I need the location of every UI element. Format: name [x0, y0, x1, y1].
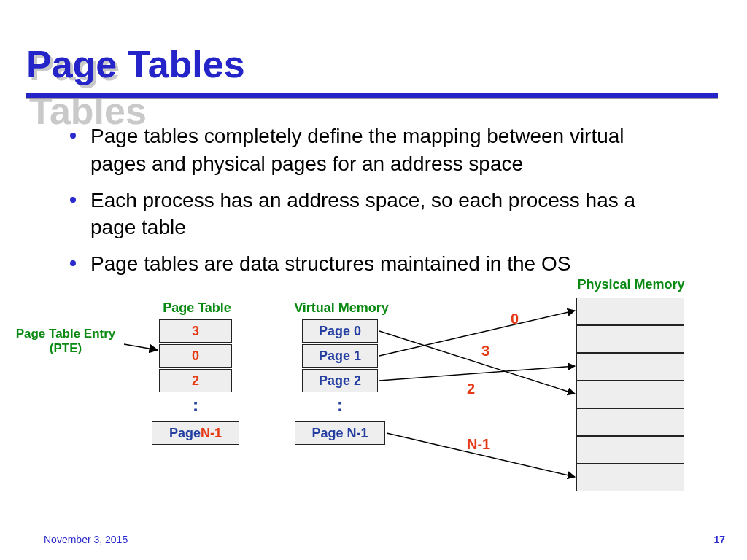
page-table-dots: : [159, 394, 232, 416]
virtual-page: Page 0 [302, 319, 378, 343]
virtual-memory-dots: : [302, 394, 378, 416]
mapping-label-n1: N-1 [467, 436, 490, 453]
page-table-entry: 2 [159, 369, 232, 392]
diagram: Page Table Virtual Memory Physical Memor… [0, 277, 747, 540]
physical-frame [576, 353, 684, 381]
pte-label-line2: (PTE) [50, 341, 82, 355]
bullet-item: Each process has an address space, so ea… [70, 187, 683, 242]
physical-frame [576, 464, 684, 491]
virtual-page-last: Page N-1 [295, 421, 385, 445]
page-table-last-suffix: N-1 [201, 426, 222, 441]
page-table-entry: 3 [159, 319, 232, 343]
slide-title: Page Tables [26, 42, 245, 86]
bullet-list: Page tables completely define the mappin… [70, 122, 683, 287]
arrow-vm2-pm2 [379, 366, 575, 381]
arrow-vm1-pm0 [379, 311, 575, 356]
footer-date: November 3, 2015 [44, 534, 128, 545]
mapping-label-0: 0 [511, 311, 519, 327]
physical-frame [576, 381, 684, 408]
footer-page: 17 [713, 534, 725, 545]
physical-memory-header: Physical Memory [569, 277, 693, 292]
mapping-label-3: 3 [481, 343, 489, 359]
pte-label: Page Table Entry (PTE) [7, 327, 124, 355]
arrow-pte [124, 344, 158, 350]
slide-title-wrap: Page Tables Page Tables [26, 42, 245, 86]
arrow-vm0-pm3 [379, 331, 575, 394]
page-table-last: Page N-1 [152, 421, 239, 445]
page-table-header: Page Table [153, 300, 241, 316]
pte-label-line1: Page Table Entry [16, 327, 116, 341]
virtual-page: Page 2 [302, 369, 378, 392]
page-table-entry: 0 [159, 344, 232, 368]
title-divider [26, 93, 718, 99]
physical-frame [576, 436, 684, 464]
slide: Page Tables Page Tables Page tables comp… [0, 0, 747, 560]
bullet-item: Page tables completely define the mappin… [70, 122, 683, 178]
virtual-memory-header: Virtual Memory [283, 300, 400, 316]
physical-frame [576, 298, 684, 325]
physical-frame [576, 325, 684, 353]
mapping-label-2: 2 [467, 381, 475, 397]
physical-frame [576, 408, 684, 436]
page-table-last-prefix: Page [169, 426, 201, 441]
bullet-item: Page tables are data structures maintain… [70, 250, 683, 278]
virtual-page: Page 1 [302, 344, 378, 368]
